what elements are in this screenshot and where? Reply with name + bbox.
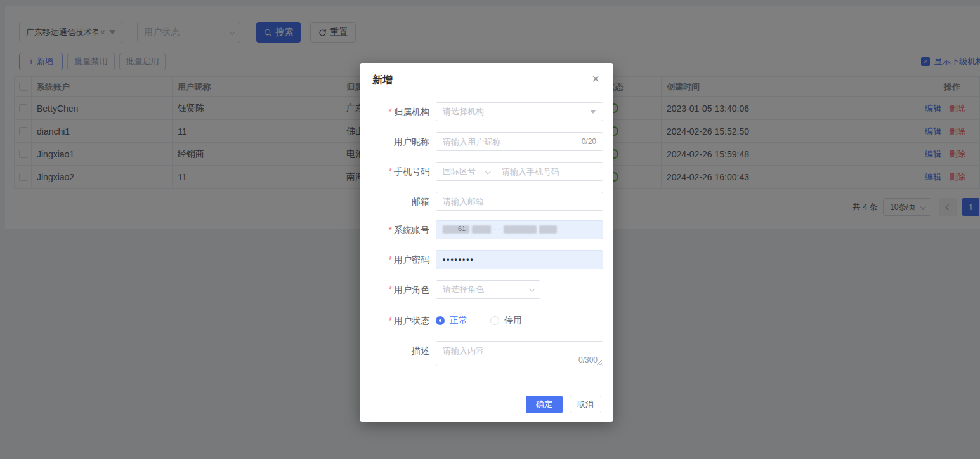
close-icon[interactable]: × — [588, 71, 603, 86]
status-field-label: *用户状态 — [360, 311, 429, 330]
org-field-label: *归属机构 — [360, 102, 429, 121]
account-input[interactable]: 61 ··· — [436, 220, 603, 239]
add-user-modal: 新增 × *归属机构 请选择机构 用户昵称 0/20 — [360, 63, 613, 422]
password-masked-value: •••••••• — [443, 255, 474, 264]
radio-disabled-label[interactable]: 停用 — [504, 315, 522, 326]
chevron-down-icon — [529, 286, 535, 292]
nickname-field-label: 用户昵称 — [360, 132, 429, 151]
role-field-label: *用户角色 — [360, 280, 429, 299]
required-mark: * — [389, 107, 392, 117]
email-field-label: 邮箱 — [360, 192, 429, 211]
required-mark: * — [389, 255, 392, 265]
radio-disabled[interactable] — [490, 316, 499, 325]
required-mark: * — [389, 284, 392, 295]
radio-normal-selected[interactable] — [436, 316, 445, 325]
role-select-placeholder: 请选择角色 — [443, 284, 529, 295]
org-select[interactable]: 请选择机构 — [436, 102, 603, 121]
email-input[interactable] — [443, 197, 596, 206]
required-mark: * — [389, 316, 392, 326]
user-management-page: 广东移远通信技术有限... × 用户状态 搜索 重置 — [0, 0, 980, 459]
desc-textarea[interactable] — [436, 342, 603, 366]
radio-normal-label[interactable]: 正常 — [450, 315, 467, 326]
modal-title: 新增 — [372, 74, 393, 87]
confirm-button[interactable]: 确定 — [526, 396, 563, 413]
org-select-placeholder: 请选择机构 — [443, 106, 590, 117]
chevron-down-icon — [485, 168, 491, 174]
nickname-counter: 0/20 — [582, 137, 596, 146]
password-field-label: *用户密码 — [360, 250, 429, 269]
password-input[interactable]: •••••••• — [436, 250, 603, 269]
redacted-account-value: 61 ··· — [443, 225, 557, 235]
required-mark: * — [389, 225, 392, 235]
user-status-radio-group: 正常 停用 — [436, 311, 522, 330]
modal-footer: 确定 取消 — [526, 396, 601, 413]
cancel-button[interactable]: 取消 — [570, 396, 601, 413]
desc-counter: 0/300 — [578, 356, 598, 364]
phone-field-label: *手机号码 — [360, 162, 429, 181]
desc-textarea-wrap: 0/300 — [436, 341, 603, 366]
country-code-select[interactable]: 国际区号 — [436, 163, 495, 180]
role-select[interactable]: 请选择角色 — [436, 280, 540, 299]
desc-field-label: 描述 — [360, 341, 429, 360]
nickname-input[interactable] — [443, 137, 578, 147]
email-input-wrap — [436, 192, 603, 211]
phone-input-group: 国际区号 — [436, 162, 603, 181]
nickname-input-wrap: 0/20 — [436, 132, 603, 151]
caret-down-icon — [590, 110, 596, 114]
account-field-label: *系统账号 — [360, 220, 429, 239]
country-code-placeholder: 国际区号 — [443, 166, 476, 177]
phone-input[interactable] — [502, 167, 596, 176]
required-mark: * — [389, 166, 392, 176]
